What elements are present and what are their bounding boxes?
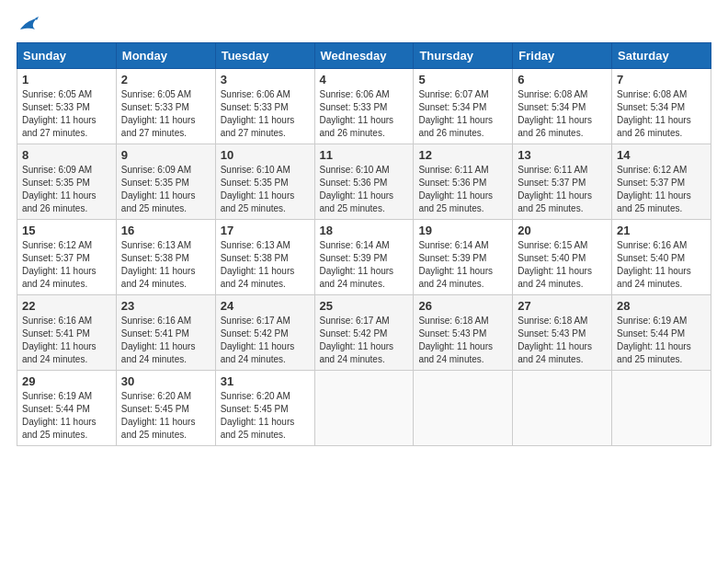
day-info: Sunrise: 6:06 AM Sunset: 5:33 PM Dayligh…: [320, 88, 409, 140]
calendar-cell: 24Sunrise: 6:17 AM Sunset: 5:42 PM Dayli…: [215, 295, 314, 371]
calendar-week-2: 8Sunrise: 6:09 AM Sunset: 5:35 PM Daylig…: [17, 144, 711, 220]
calendar-cell: 15Sunrise: 6:12 AM Sunset: 5:37 PM Dayli…: [17, 220, 117, 295]
logo-bird-icon: [18, 17, 39, 33]
calendar-cell: 26Sunrise: 6:18 AM Sunset: 5:43 PM Dayli…: [414, 295, 513, 371]
calendar-cell: 2Sunrise: 6:05 AM Sunset: 5:33 PM Daylig…: [116, 69, 215, 144]
day-info: Sunrise: 6:11 AM Sunset: 5:37 PM Dayligh…: [518, 164, 607, 215]
calendar-cell: 7Sunrise: 6:08 AM Sunset: 5:34 PM Daylig…: [612, 69, 711, 144]
calendar-cell: 20Sunrise: 6:15 AM Sunset: 5:40 PM Dayli…: [513, 220, 612, 295]
day-info: Sunrise: 6:14 AM Sunset: 5:39 PM Dayligh…: [418, 239, 507, 291]
page: SundayMondayTuesdayWednesdayThursdayFrid…: [0, 0, 728, 563]
day-number: 10: [221, 148, 310, 162]
calendar-cell: 25Sunrise: 6:17 AM Sunset: 5:42 PM Dayli…: [314, 295, 414, 371]
day-info: Sunrise: 6:17 AM Sunset: 5:42 PM Dayligh…: [320, 315, 409, 366]
weekday-header-tuesday: Tuesday: [215, 43, 314, 69]
day-number: 28: [617, 299, 706, 313]
day-number: 23: [121, 299, 210, 313]
day-number: 21: [617, 224, 706, 237]
day-info: Sunrise: 6:19 AM Sunset: 5:44 PM Dayligh…: [22, 390, 111, 442]
day-info: Sunrise: 6:10 AM Sunset: 5:36 PM Dayligh…: [320, 164, 409, 215]
calendar-cell: 1Sunrise: 6:05 AM Sunset: 5:33 PM Daylig…: [17, 69, 117, 144]
calendar-cell: [414, 371, 513, 446]
calendar-cell: 29Sunrise: 6:19 AM Sunset: 5:44 PM Dayli…: [17, 371, 117, 446]
day-number: 6: [518, 73, 607, 86]
calendar-cell: 12Sunrise: 6:11 AM Sunset: 5:36 PM Dayli…: [414, 144, 513, 220]
calendar-header-row: SundayMondayTuesdayWednesdayThursdayFrid…: [17, 43, 711, 69]
day-number: 15: [22, 224, 111, 237]
day-info: Sunrise: 6:10 AM Sunset: 5:35 PM Dayligh…: [221, 164, 310, 215]
day-info: Sunrise: 6:05 AM Sunset: 5:33 PM Dayligh…: [22, 88, 111, 140]
day-number: 17: [221, 224, 310, 237]
day-info: Sunrise: 6:18 AM Sunset: 5:43 PM Dayligh…: [518, 315, 607, 366]
calendar-week-5: 29Sunrise: 6:19 AM Sunset: 5:44 PM Dayli…: [17, 371, 711, 446]
calendar-cell: 17Sunrise: 6:13 AM Sunset: 5:38 PM Dayli…: [215, 220, 314, 295]
calendar-cell: 8Sunrise: 6:09 AM Sunset: 5:35 PM Daylig…: [17, 144, 117, 220]
day-info: Sunrise: 6:09 AM Sunset: 5:35 PM Dayligh…: [121, 164, 210, 215]
calendar-cell: 16Sunrise: 6:13 AM Sunset: 5:38 PM Dayli…: [116, 220, 215, 295]
day-number: 13: [518, 148, 607, 162]
day-number: 5: [418, 73, 507, 86]
calendar-cell: 18Sunrise: 6:14 AM Sunset: 5:39 PM Dayli…: [314, 220, 414, 295]
day-info: Sunrise: 6:15 AM Sunset: 5:40 PM Dayligh…: [518, 239, 607, 291]
calendar-cell: 27Sunrise: 6:18 AM Sunset: 5:43 PM Dayli…: [513, 295, 612, 371]
day-info: Sunrise: 6:18 AM Sunset: 5:43 PM Dayligh…: [418, 315, 507, 366]
calendar-cell: 21Sunrise: 6:16 AM Sunset: 5:40 PM Dayli…: [612, 220, 711, 295]
day-info: Sunrise: 6:08 AM Sunset: 5:34 PM Dayligh…: [518, 88, 607, 140]
calendar-cell: 22Sunrise: 6:16 AM Sunset: 5:41 PM Dayli…: [17, 295, 117, 371]
weekday-header-thursday: Thursday: [414, 43, 513, 69]
day-info: Sunrise: 6:11 AM Sunset: 5:36 PM Dayligh…: [418, 164, 507, 215]
calendar-cell: 31Sunrise: 6:20 AM Sunset: 5:45 PM Dayli…: [215, 371, 314, 446]
day-info: Sunrise: 6:16 AM Sunset: 5:40 PM Dayligh…: [617, 239, 706, 291]
weekday-header-sunday: Sunday: [17, 43, 117, 69]
day-number: 11: [320, 148, 409, 162]
day-info: Sunrise: 6:19 AM Sunset: 5:44 PM Dayligh…: [617, 315, 706, 366]
day-info: Sunrise: 6:20 AM Sunset: 5:45 PM Dayligh…: [221, 390, 310, 442]
day-number: 18: [320, 224, 409, 237]
weekday-header-saturday: Saturday: [612, 43, 711, 69]
day-number: 19: [418, 224, 507, 237]
weekday-header-monday: Monday: [116, 43, 215, 69]
day-info: Sunrise: 6:16 AM Sunset: 5:41 PM Dayligh…: [22, 315, 111, 366]
day-info: Sunrise: 6:12 AM Sunset: 5:37 PM Dayligh…: [617, 164, 706, 215]
logo: [17, 17, 39, 33]
day-number: 1: [22, 73, 111, 86]
calendar-week-1: 1Sunrise: 6:05 AM Sunset: 5:33 PM Daylig…: [17, 69, 711, 144]
calendar-cell: 4Sunrise: 6:06 AM Sunset: 5:33 PM Daylig…: [314, 69, 414, 144]
day-number: 20: [518, 224, 607, 237]
calendar-cell: 6Sunrise: 6:08 AM Sunset: 5:34 PM Daylig…: [513, 69, 612, 144]
calendar-week-4: 22Sunrise: 6:16 AM Sunset: 5:41 PM Dayli…: [17, 295, 711, 371]
calendar-cell: 5Sunrise: 6:07 AM Sunset: 5:34 PM Daylig…: [414, 69, 513, 144]
day-number: 26: [418, 299, 507, 313]
calendar-cell: [314, 371, 414, 446]
day-number: 14: [617, 148, 706, 162]
day-info: Sunrise: 6:13 AM Sunset: 5:38 PM Dayligh…: [121, 239, 210, 291]
calendar-cell: 11Sunrise: 6:10 AM Sunset: 5:36 PM Dayli…: [314, 144, 414, 220]
day-info: Sunrise: 6:08 AM Sunset: 5:34 PM Dayligh…: [617, 88, 706, 140]
calendar-cell: 28Sunrise: 6:19 AM Sunset: 5:44 PM Dayli…: [612, 295, 711, 371]
calendar-cell: 3Sunrise: 6:06 AM Sunset: 5:33 PM Daylig…: [215, 69, 314, 144]
calendar-cell: 30Sunrise: 6:20 AM Sunset: 5:45 PM Dayli…: [116, 371, 215, 446]
day-number: 8: [22, 148, 111, 162]
calendar-cell: 9Sunrise: 6:09 AM Sunset: 5:35 PM Daylig…: [116, 144, 215, 220]
calendar-cell: 19Sunrise: 6:14 AM Sunset: 5:39 PM Dayli…: [414, 220, 513, 295]
calendar-table: SundayMondayTuesdayWednesdayThursdayFrid…: [17, 42, 711, 446]
day-number: 24: [221, 299, 310, 313]
calendar-cell: 14Sunrise: 6:12 AM Sunset: 5:37 PM Dayli…: [612, 144, 711, 220]
day-info: Sunrise: 6:17 AM Sunset: 5:42 PM Dayligh…: [221, 315, 310, 366]
day-info: Sunrise: 6:06 AM Sunset: 5:33 PM Dayligh…: [221, 88, 310, 140]
day-info: Sunrise: 6:16 AM Sunset: 5:41 PM Dayligh…: [121, 315, 210, 366]
day-info: Sunrise: 6:07 AM Sunset: 5:34 PM Dayligh…: [418, 88, 507, 140]
day-number: 2: [121, 73, 210, 86]
day-number: 3: [221, 73, 310, 86]
header: [17, 17, 711, 33]
weekday-header-wednesday: Wednesday: [314, 43, 414, 69]
day-number: 9: [121, 148, 210, 162]
day-info: Sunrise: 6:20 AM Sunset: 5:45 PM Dayligh…: [121, 390, 210, 442]
calendar-cell: [612, 371, 711, 446]
day-number: 30: [121, 374, 210, 388]
day-info: Sunrise: 6:09 AM Sunset: 5:35 PM Dayligh…: [22, 164, 111, 215]
day-info: Sunrise: 6:13 AM Sunset: 5:38 PM Dayligh…: [221, 239, 310, 291]
day-number: 27: [518, 299, 607, 313]
day-info: Sunrise: 6:12 AM Sunset: 5:37 PM Dayligh…: [22, 239, 111, 291]
weekday-header-friday: Friday: [513, 43, 612, 69]
